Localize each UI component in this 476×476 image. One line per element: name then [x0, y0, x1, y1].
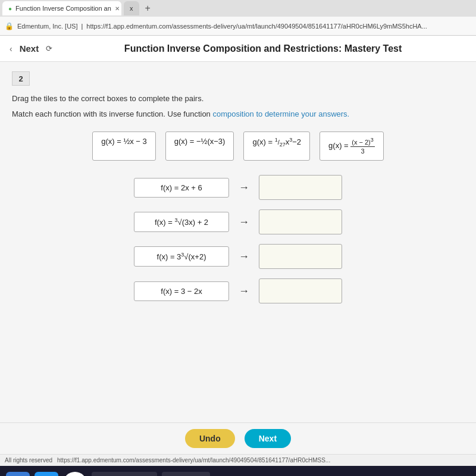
function-box-3: f(x) = 33√(x+2) — [134, 246, 229, 267]
drop-box-4[interactable] — [259, 278, 342, 303]
arrow-1: → — [234, 181, 254, 194]
app-header: ‹ Next ⟳ Function Inverse Composition an… — [0, 36, 476, 62]
bottom-bar: Undo Next — [0, 422, 476, 454]
add-tab-button[interactable]: + — [142, 3, 154, 14]
address-url[interactable]: https://f1.app.edmentum.com/assessments-… — [86, 23, 427, 30]
match-row-3: f(x) = 33√(x+2) → — [12, 244, 464, 269]
tiles-row: g(x) = ½x − 3 g(x) = −½(x−3) g(x) = 1/27… — [12, 131, 464, 161]
question-number: 2 — [12, 71, 30, 86]
instruction-plain: Match each function with its inverse fun… — [12, 109, 212, 118]
footer-bar: All rights reserved https://f1.app.edmen… — [0, 454, 476, 466]
next-header-button[interactable]: Next — [20, 43, 39, 54]
arrow-2: → — [234, 216, 254, 228]
footer-url: https://f1.app.edmentum.com/assessments-… — [57, 457, 330, 464]
tile-3[interactable]: g(x) = 1/27x3−2 — [243, 131, 310, 161]
site-label: Edmentum, Inc. [US] — [17, 23, 77, 30]
instruction-line1: Drag the tiles to the correct boxes to c… — [12, 93, 464, 105]
next-button[interactable]: Next — [245, 429, 291, 448]
instruction-highlight: composition to determine your answers. — [212, 109, 349, 118]
tile-2[interactable]: g(x) = −½(x−3) — [165, 131, 234, 161]
function-box-4: f(x) = 3 − 2x — [134, 281, 229, 301]
taskbar-browser-item[interactable]: Function Inverse ... — [92, 472, 157, 476]
taskbar-chrome-icon[interactable] — [63, 472, 87, 476]
taskbar-calc-item[interactable]: Virtual TI-83+ — [162, 472, 211, 476]
address-bar: 🔒 Edmentum, Inc. [US] | https://f1.app.e… — [0, 17, 476, 36]
function-box-2: f(x) = 3√(3x) + 2 — [134, 212, 229, 232]
active-tab[interactable]: ● Function Inverse Composition an ✕ — [2, 1, 121, 15]
match-row-1: f(x) = 2x + 6 → — [12, 175, 464, 200]
tab-bar: ● Function Inverse Composition an ✕ x + — [0, 0, 476, 17]
undo-button[interactable]: Undo — [185, 429, 235, 448]
page-title: Function Inverse Composition and Restric… — [60, 43, 466, 54]
taskbar-files-icon[interactable]: 📁 — [35, 472, 58, 476]
lock-icon: 🔒 — [5, 22, 14, 30]
inactive-tab-label: x — [130, 5, 133, 12]
tile-4[interactable]: g(x) = (x − 2)33 — [320, 131, 384, 161]
taskbar-windows-icon[interactable]: ⊞ — [6, 472, 30, 476]
tab-favicon: ● — [8, 5, 12, 12]
function-box-1: f(x) = 2x + 6 — [134, 178, 229, 198]
copyright-text: All rights reserved — [5, 457, 52, 464]
match-row-2: f(x) = 3√(3x) + 2 → — [12, 209, 464, 234]
match-row-4: f(x) = 3 − 2x → — [12, 278, 464, 303]
instruction-line2: Match each function with its inverse fun… — [12, 108, 464, 120]
tab-close-button[interactable]: ✕ — [115, 5, 120, 12]
arrow-4: → — [234, 285, 254, 298]
inactive-tab[interactable]: x — [124, 1, 139, 15]
back-arrow-icon[interactable]: ‹ — [10, 44, 12, 54]
active-tab-label: Function Inverse Composition an — [15, 5, 111, 12]
drop-box-3[interactable] — [259, 244, 342, 269]
tile-1[interactable]: g(x) = ½x − 3 — [92, 131, 156, 161]
address-separator: | — [81, 23, 83, 30]
arrow-3: → — [234, 250, 254, 263]
drop-box-2[interactable] — [259, 209, 342, 234]
main-content: 2 Drag the tiles to the correct boxes to… — [0, 62, 476, 422]
drop-box-1[interactable] — [259, 175, 342, 200]
taskbar: ⊞ 📁 Function Inverse ... Virtual TI-83+ … — [0, 466, 476, 476]
refresh-icon[interactable]: ⟳ — [46, 44, 52, 53]
